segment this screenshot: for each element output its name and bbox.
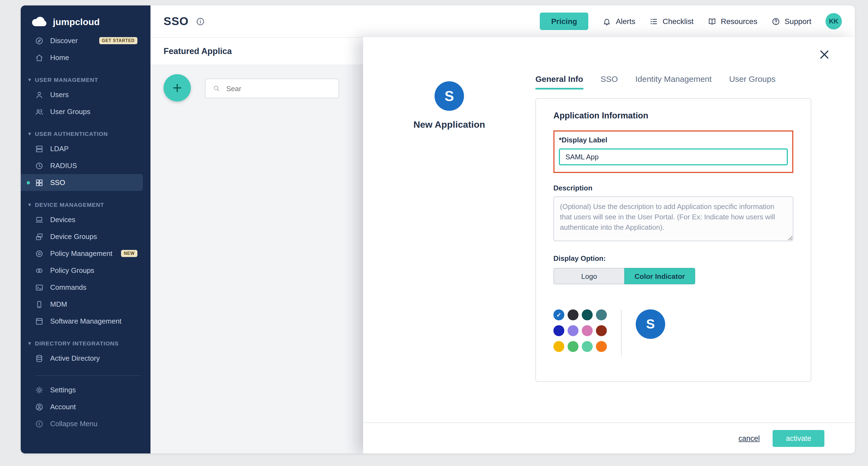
server-icon [35, 144, 43, 153]
book-icon [708, 17, 716, 26]
sidebar-item-label: User Groups [50, 108, 90, 116]
panel-body: S New Application General Info SSO Ident… [363, 37, 855, 423]
color-swatch-2d2d35[interactable] [567, 310, 579, 320]
main-area: SSO Pricing Alerts Checklist Resources [151, 5, 855, 454]
circles-icon [35, 266, 43, 275]
compass-icon [35, 36, 43, 45]
checklist-label: Checklist [662, 17, 693, 26]
user-icon [35, 90, 43, 99]
color-swatch-0d5456[interactable] [582, 310, 593, 320]
modal-footer: cancel activate [363, 423, 855, 454]
sidebar-item-active-directory[interactable]: Active Directory [21, 350, 143, 367]
clock-icon [35, 161, 43, 170]
color-swatch-8f2c17[interactable] [596, 325, 607, 336]
sidebar-item-users[interactable]: Users [21, 86, 143, 103]
sidebar-item-commands[interactable]: Commands [21, 279, 143, 296]
application-information-card: Application Information *Display Label D… [535, 98, 811, 382]
card-title: Application Information [553, 111, 793, 121]
resources-button[interactable]: Resources [708, 17, 757, 26]
terminal-icon [35, 283, 43, 292]
user-avatar[interactable]: KK [826, 13, 842, 29]
search-icon [212, 85, 221, 92]
color-swatch-8f7ee6[interactable] [567, 325, 579, 336]
sidebar-section-user-authentication[interactable]: ▾USER AUTHENTICATION [21, 130, 151, 137]
color-picker: ✓ S [553, 310, 793, 356]
close-icon[interactable] [818, 48, 831, 61]
sidebar-divider [35, 375, 142, 376]
search-box [205, 79, 339, 98]
sidebar-item-account[interactable]: Account [21, 398, 143, 415]
sidebar: jumpcloud DiscoverGET STARTEDHome▾USER M… [21, 5, 151, 454]
color-swatch-f5b800[interactable] [553, 341, 564, 352]
chevron-down-icon: ▾ [28, 202, 31, 207]
sidebar-section-directory-integrations[interactable]: ▾DIRECTORY INTEGRATIONS [21, 340, 151, 347]
logo-text: jumpcloud [53, 17, 100, 28]
sidebar-item-label: Policy Management [50, 250, 112, 258]
alerts-button[interactable]: Alerts [603, 17, 636, 26]
users-icon [35, 107, 43, 116]
checklist-button[interactable]: Checklist [649, 17, 693, 26]
info-icon[interactable] [196, 17, 205, 26]
gear-icon [35, 385, 43, 394]
tab-identity-management[interactable]: Identity Management [635, 74, 712, 89]
checklist-icon [649, 17, 658, 26]
color-swatch-1a6fc4[interactable]: ✓ [553, 310, 564, 320]
add-application-button[interactable]: + [163, 74, 191, 101]
search-input[interactable] [225, 84, 332, 93]
screen: jumpcloud DiscoverGET STARTEDHome▾USER M… [0, 0, 868, 466]
sidebar-item-label: LDAP [50, 145, 69, 153]
sidebar-item-device-groups[interactable]: Device Groups [21, 228, 143, 245]
pricing-button[interactable]: Pricing [540, 12, 589, 30]
sidebar-section-user-management[interactable]: ▾USER MANAGEMENT [21, 77, 151, 83]
display-label-input[interactable] [559, 148, 788, 165]
resources-label: Resources [721, 17, 757, 26]
sidebar-item-software-management[interactable]: Software Management [21, 313, 143, 329]
sidebar-item-user-groups[interactable]: User Groups [21, 103, 143, 120]
arrow-left-icon [35, 419, 43, 428]
bell-icon [603, 17, 612, 26]
sidebar-item-devices[interactable]: Devices [21, 211, 143, 228]
sidebar-item-label: Active Directory [50, 354, 100, 362]
sidebar-item-settings[interactable]: Settings [21, 381, 143, 398]
color-swatch-d678b4[interactable] [582, 325, 593, 336]
sidebar-item-home[interactable]: Home [21, 49, 143, 66]
new-app-avatar: S [435, 81, 464, 111]
sidebar-item-label: Home [50, 54, 69, 62]
color-swatch-f57716[interactable] [596, 341, 607, 352]
new-app-name: New Application [363, 119, 535, 130]
sidebar-item-label: Users [50, 91, 69, 99]
tab-sso[interactable]: SSO [600, 74, 618, 89]
sidebar-item-sso[interactable]: SSO [21, 174, 143, 191]
sidebar-item-policy-groups[interactable]: Policy Groups [21, 262, 143, 279]
tab-user-groups[interactable]: User Groups [729, 74, 776, 89]
color-swatch-417e86[interactable] [596, 310, 607, 320]
support-button[interactable]: Support [772, 17, 811, 26]
featured-apps-heading: Featured Applica [163, 46, 232, 56]
color-swatch-1a23b8[interactable] [553, 325, 564, 336]
home-icon [35, 53, 43, 62]
sidebar-section-title: DEVICE MANAGEMENT [35, 201, 104, 208]
logo-option[interactable]: Logo [553, 268, 624, 284]
activate-button[interactable]: activate [773, 430, 825, 447]
description-textarea[interactable] [553, 197, 793, 241]
preview-initial: S [646, 317, 655, 332]
sidebar-item-radius[interactable]: RADIUS [21, 157, 143, 174]
description-label: Description [553, 184, 793, 192]
color-swatch-5ecfa4[interactable] [582, 341, 593, 352]
sidebar-item-discover[interactable]: DiscoverGET STARTED [21, 32, 143, 49]
sidebar-section-device-management[interactable]: ▾DEVICE MANAGEMENT [21, 201, 151, 208]
color-swatch-4fbe6c[interactable] [567, 341, 579, 352]
color-swatches: ✓ [553, 310, 607, 352]
sidebar-item-collapse-menu[interactable]: Collapse Menu [21, 415, 143, 432]
cancel-link[interactable]: cancel [739, 434, 760, 442]
sidebar-item-policy-management[interactable]: Policy ManagementNEW [21, 245, 143, 262]
tab-general-info[interactable]: General Info [535, 74, 583, 89]
sidebar-section-title: USER MANAGEMENT [35, 77, 98, 83]
sidebar-item-mdm[interactable]: MDM [21, 296, 143, 313]
grid-icon [35, 178, 43, 187]
vertical-divider [621, 310, 622, 356]
color-indicator-option[interactable]: Color Indicator [624, 268, 695, 284]
sidebar-item-label: SSO [50, 178, 65, 186]
sidebar-item-ldap[interactable]: LDAP [21, 140, 143, 157]
chevron-down-icon: ▾ [28, 341, 31, 346]
